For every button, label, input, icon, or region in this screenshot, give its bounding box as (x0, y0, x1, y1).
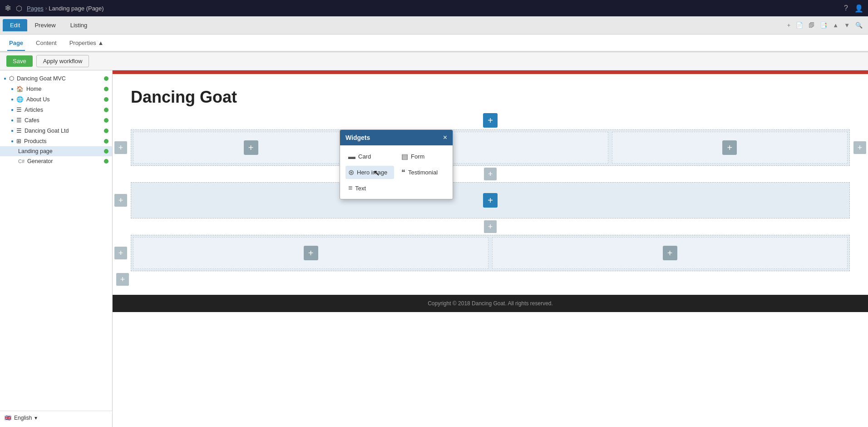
modal-close-button[interactable]: × (443, 134, 447, 142)
sidebar-item-generator[interactable]: C# Generator (0, 156, 112, 166)
modal-title: Widgets (345, 134, 370, 141)
widget-label: Card (358, 153, 371, 160)
sidebar-item-landing-page[interactable]: Landing page (0, 146, 112, 156)
tab-content[interactable]: Content (34, 36, 59, 51)
edit-tab[interactable]: Edit (3, 19, 27, 31)
widget-grid: ▬ Card ▤ Form ⊛ Hero image (345, 150, 447, 194)
status-dot (104, 97, 108, 102)
tab-properties[interactable]: Properties ▲ (68, 36, 106, 51)
grid-icon: ⊞ (16, 138, 21, 144)
red-bar (113, 70, 868, 74)
edit-tab-bar: Edit Preview Listing + 📄 🗐 📑 ▲ ▼ 🔍 (0, 16, 868, 35)
expand-icon: ● (11, 86, 14, 91)
testimonial-icon: ❝ (401, 168, 405, 177)
widget-item-text[interactable]: ≡ Text (345, 182, 394, 194)
widget-row-3-outer: + + + (113, 235, 868, 271)
sidebar: ● ⬡ Dancing Goat MVC ● 🏠 Home ● 🌐 About … (0, 70, 113, 427)
list-icon: ☰ (16, 106, 22, 113)
sidebar-item-dancing-goat-ltd[interactable]: ● ☰ Dancing Goat Ltd (0, 125, 112, 136)
csharp-icon: C# (18, 159, 25, 164)
page-footer: Copyright © 2018 Dancing Goat. All right… (113, 295, 868, 312)
site-node-icon: ⬡ (9, 75, 14, 82)
expand-icon: ● (11, 118, 14, 123)
sidebar-item-about-us[interactable]: ● 🌐 About Us (0, 94, 112, 104)
expand-icon: ● (11, 97, 14, 102)
add-right-1-button[interactable]: + (853, 141, 866, 154)
add-left-1-button[interactable]: + (114, 141, 127, 154)
modal-header: Widgets × (340, 130, 453, 145)
expand-icon: ● (4, 76, 6, 81)
sidebar-label: Articles (25, 107, 43, 113)
sidebar-label: Generator (27, 158, 53, 164)
add-btn-row-3: + (113, 220, 868, 233)
user-icon[interactable]: 👤 (854, 4, 863, 13)
help-icon[interactable]: ? (844, 4, 848, 13)
add-widget-top-button[interactable]: + (483, 113, 498, 128)
copy-icon[interactable]: 🗐 (806, 22, 817, 29)
status-dot (104, 159, 108, 164)
list-icon: ☰ (16, 127, 22, 134)
add-left-2-button[interactable]: + (114, 194, 127, 207)
widget-item-testimonial[interactable]: ❝ Testimonial (399, 166, 447, 179)
add-btn-row-top: + (113, 113, 868, 128)
add-widget-col1-button[interactable]: + (244, 140, 258, 155)
tab-page[interactable]: Page (7, 36, 25, 51)
canvas-inner: Dancing Goat + + + + (113, 70, 868, 427)
widget-label: Text (355, 185, 366, 192)
sidebar-label: Dancing Goat Ltd (25, 128, 69, 134)
up-icon[interactable]: ▲ (830, 22, 841, 29)
add-btn-row-bottom: + (113, 273, 868, 286)
breadcrumb-separator: › (45, 6, 47, 11)
sidebar-footer[interactable]: 🇬🇧 English ▾ (0, 411, 112, 425)
add-left-3-button[interactable]: + (114, 247, 127, 259)
add-widget-col4-button[interactable]: + (304, 246, 318, 260)
text-icon: ≡ (348, 184, 352, 192)
hero-image-icon: ⊛ (348, 168, 354, 177)
sidebar-label: Products (24, 138, 46, 144)
sidebar-item-cafes[interactable]: ● ☰ Cafes (0, 115, 112, 125)
page-icon[interactable]: 📄 (793, 22, 806, 29)
logo-icon: ❄ (5, 3, 11, 13)
preview-tab[interactable]: Preview (27, 19, 63, 31)
status-dot (104, 149, 108, 154)
sidebar-item-products[interactable]: ● ⊞ Products (0, 136, 112, 146)
widget-col-1: + (133, 132, 369, 164)
status-dot (104, 87, 108, 91)
widget-col-5: + (492, 237, 848, 269)
add-icon[interactable]: + (784, 22, 794, 29)
widget-item-card[interactable]: ▬ Card (345, 150, 394, 163)
save-button[interactable]: Save (6, 55, 33, 67)
status-dot (104, 129, 108, 133)
sidebar-item-dancing-goat-mvc[interactable]: ● ⬡ Dancing Goat MVC (0, 73, 112, 84)
widget-col-4: + (133, 237, 488, 269)
search-icon[interactable]: 🔍 (853, 22, 865, 29)
canvas-area: Dancing Goat + + + + (113, 70, 868, 427)
add-between-2-3-button[interactable]: + (484, 220, 497, 233)
main-layout: ● ⬡ Dancing Goat MVC ● 🏠 Home ● 🌐 About … (0, 70, 868, 427)
widget-item-form[interactable]: ▤ Form (399, 150, 447, 163)
expand-icon: ● (11, 139, 14, 144)
add-bottom-button[interactable]: + (116, 273, 129, 286)
top-bar: ❄ ⬡ Pages › Landing page (Page) ? 👤 (0, 0, 868, 16)
widget-label: Hero image (357, 169, 387, 176)
widget-item-hero-image[interactable]: ⊛ Hero image (345, 166, 394, 179)
widget-row-2-outer: + + (113, 182, 868, 218)
modal-body: ▬ Card ▤ Form ⊛ Hero image (340, 145, 453, 199)
add-widget-col3-button[interactable]: + (722, 140, 737, 155)
down-icon[interactable]: ▼ (841, 22, 853, 29)
add-between-1-2-button[interactable]: + (484, 168, 497, 180)
doc-icon[interactable]: 📑 (817, 22, 830, 29)
topbar-icons: ? 👤 (844, 4, 863, 13)
workflow-button[interactable]: Apply workflow (36, 55, 89, 67)
widget-col-3: + (612, 132, 848, 164)
add-widget-row2-button[interactable]: + (483, 193, 498, 208)
sidebar-item-articles[interactable]: ● ☰ Articles (0, 104, 112, 115)
listing-tab[interactable]: Listing (63, 19, 95, 31)
status-dot (104, 118, 108, 123)
status-dot (104, 76, 108, 81)
sidebar-item-home[interactable]: ● 🏠 Home (0, 84, 112, 94)
chevron-down-icon: ▾ (35, 415, 37, 421)
sidebar-label: Cafes (25, 117, 39, 124)
add-widget-col5-button[interactable]: + (663, 246, 677, 260)
breadcrumb-pages[interactable]: Pages (27, 5, 44, 12)
